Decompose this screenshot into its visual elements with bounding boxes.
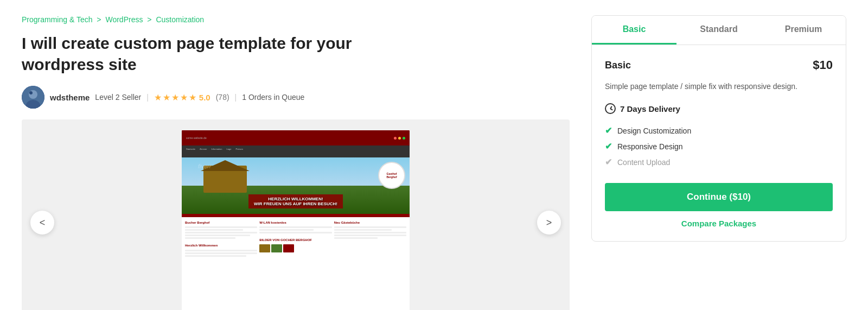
orders-queue: 1 Orders in Queue <box>242 93 304 102</box>
seller-name[interactable]: wdstheme <box>50 93 90 102</box>
panel-body: Basic $10 Simple page template / simple … <box>592 45 846 241</box>
svg-point-1 <box>29 90 37 99</box>
compare-packages-link[interactable]: Compare Packages <box>605 219 833 228</box>
mock-col-1: Bucher Berghof Herzlich Willkommen <box>185 220 257 310</box>
breadcrumb-sep-1: > <box>97 15 103 24</box>
mock-hero: HERZLICH WILLKOMMEN!WIR FREUEN UNS AUF I… <box>182 157 410 217</box>
star-5: ★ <box>189 92 196 103</box>
package-name: Basic <box>605 60 631 71</box>
breadcrumb-sep-2: > <box>147 15 154 24</box>
clock-hand-minute <box>610 108 613 110</box>
text-line <box>185 229 243 231</box>
watermark-1: fiverr <box>198 163 211 169</box>
tabs-row: Basic Standard Premium <box>592 16 846 45</box>
feature-content: ✔ Content Upload <box>605 154 833 170</box>
clock-icon <box>605 103 616 114</box>
package-description: Simple page template / simple fix with r… <box>605 81 833 92</box>
check-responsive-icon: ✔ <box>605 141 612 151</box>
delivery-text: 7 Days Delivery <box>620 104 680 113</box>
breadcrumb-customization[interactable]: Customization <box>156 15 204 24</box>
carousel-next-button[interactable]: > <box>537 211 561 235</box>
review-count: (78) <box>216 93 229 102</box>
feature-responsive: ✔ Responsive Design <box>605 138 833 154</box>
carousel-prev-button[interactable]: < <box>30 211 54 235</box>
check-design-icon: ✔ <box>605 125 612 136</box>
watermark-3: fiverr <box>209 298 222 304</box>
delivery-row: 7 Days Delivery <box>605 103 833 114</box>
text-line <box>334 226 406 228</box>
carousel-image: some-website.de Startseite Zimmer Inform… <box>182 130 410 310</box>
package-price: $10 <box>813 58 833 72</box>
text-line <box>334 235 406 236</box>
star-4: ★ <box>180 92 188 103</box>
star-1: ★ <box>154 92 162 103</box>
avatar-inner <box>22 86 44 109</box>
text-line <box>334 237 378 239</box>
text-line <box>259 229 314 231</box>
right-panel: Basic Standard Premium Basic $10 Simple … <box>591 15 846 242</box>
tab-premium[interactable]: Premium <box>761 16 846 45</box>
left-section: Programming & Tech > WordPress > Customi… <box>22 15 570 310</box>
mock-col-1-header: Bucher Berghof <box>185 220 257 225</box>
text-line <box>185 235 250 236</box>
feature-design-label: Design Customization <box>617 126 691 135</box>
continue-button[interactable]: Continue ($10) <box>605 183 833 211</box>
features-list: ✔ Design Customization ✔ Responsive Desi… <box>605 123 833 170</box>
divider-pipe-2: | <box>235 93 237 102</box>
text-line <box>259 232 331 233</box>
avatar <box>22 86 44 109</box>
watermark-2: fiverr <box>225 239 238 245</box>
divider-pipe: | <box>146 93 149 102</box>
text-line <box>185 255 246 257</box>
mock-site-preview: some-website.de Startseite Zimmer Inform… <box>182 130 410 310</box>
text-line <box>185 232 257 233</box>
text-line <box>185 252 257 254</box>
mock-nav: Startseite Zimmer Information Lage Preis… <box>182 145 410 157</box>
check-content-icon: ✔ <box>605 157 612 167</box>
svg-point-3 <box>29 91 33 94</box>
mock-logo: GasthofBerghof <box>378 162 405 189</box>
feature-content-label: Content Upload <box>617 158 670 167</box>
mock-header: some-website.de <box>182 130 410 145</box>
mock-col-2-header: Herzlich Willkommen <box>185 243 257 248</box>
mock-col-gaestebuch: Neu Gästebüche <box>334 220 406 225</box>
mock-hero-text: HERZLICH WILLKOMMEN!WIR FREUEN UNS AUF I… <box>248 194 343 208</box>
text-line <box>259 226 331 228</box>
feature-design: ✔ Design Customization <box>605 123 833 138</box>
star-3: ★ <box>171 92 179 103</box>
mock-col-2: W-LAN kostenlos BILDER VON GOCHER BERGHO… <box>259 220 331 310</box>
seller-level: Level 2 Seller <box>95 93 141 102</box>
mock-col-bilder: BILDER VON GOCHER BERGHOF <box>259 238 331 242</box>
breadcrumb-programming[interactable]: Programming & Tech <box>22 15 92 24</box>
breadcrumb: Programming & Tech > WordPress > Customi… <box>22 15 570 24</box>
mock-content: Bucher Berghof Herzlich Willkommen <box>182 217 410 310</box>
text-line <box>334 229 392 231</box>
text-line <box>185 250 257 251</box>
image-carousel: < some-website.de <box>22 119 570 310</box>
rating-score: 5.0 <box>199 93 210 102</box>
text-line <box>334 232 406 233</box>
tab-basic[interactable]: Basic <box>592 16 676 45</box>
mock-col-3: Neu Gästebüche <box>334 220 406 310</box>
page-title: I will create custom page template for y… <box>22 33 429 75</box>
breadcrumb-wordpress[interactable]: WordPress <box>105 15 143 24</box>
package-header: Basic $10 <box>605 58 833 72</box>
feature-responsive-label: Responsive Design <box>617 142 683 151</box>
star-2: ★ <box>163 92 170 103</box>
stars-container: ★ ★ ★ ★ ★ 5.0 <box>154 92 210 103</box>
tab-standard[interactable]: Standard <box>676 16 761 45</box>
mock-col-wlan: W-LAN kostenlos <box>259 220 331 225</box>
seller-row: wdstheme Level 2 Seller | ★ ★ ★ ★ ★ 5.0 … <box>22 86 570 109</box>
text-line <box>185 226 257 228</box>
